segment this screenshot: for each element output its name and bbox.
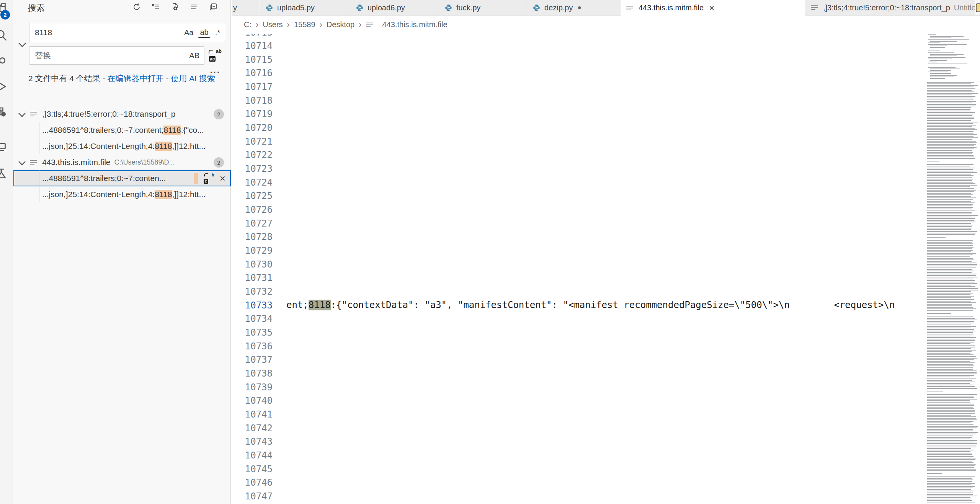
breadcrumb-file[interactable]: 443.this.is.mitm.file (382, 20, 448, 29)
search-input-box: Aa ab .* (29, 23, 225, 42)
breadcrumb-item[interactable]: Desktop (327, 20, 354, 29)
panel-title: 搜索 (28, 2, 45, 14)
clipped-next-tab-icon[interactable] (976, 3, 980, 12)
match-case-toggle[interactable]: Aa (182, 28, 195, 38)
chevron-right-icon: › (287, 20, 290, 30)
line-number: 10721 (232, 135, 273, 148)
replace-input[interactable] (29, 51, 187, 60)
replace-arrow-icon (209, 50, 213, 54)
regex-toggle[interactable]: .* (213, 28, 222, 38)
line-number: 10732 (232, 285, 273, 298)
open-new-search-editor-icon[interactable] (169, 1, 181, 13)
run-debug-icon[interactable] (0, 80, 8, 93)
chevron-right-icon: › (359, 20, 361, 30)
tab-upload5[interactable]: upload5.py (260, 0, 350, 15)
file-icon (30, 110, 38, 118)
result-file-row[interactable]: 443.this.is.mitm.file C:\Users\15589\D..… (13, 154, 231, 170)
breadcrumb-item[interactable]: C: (244, 20, 252, 29)
line-number: 10720 (232, 121, 273, 135)
dismiss-match-icon[interactable]: × (220, 173, 225, 183)
line-number: 10736 (232, 339, 273, 353)
result-match-row[interactable]: ...json,]25:14:Content-Length,4:8118,]]1… (13, 138, 231, 154)
activity-bar: 2 (0, 0, 13, 504)
clipped-match-highlight (194, 173, 198, 184)
line-number: 10718 (232, 94, 273, 108)
result-match-row[interactable]: ...4886591^8:trailers;0:~7:content;8118:… (13, 122, 231, 138)
line-number: 10746 (232, 476, 273, 489)
line-number: 10728 (232, 230, 273, 244)
line-number: 10739 (232, 380, 273, 394)
line-number: 10741 (232, 408, 273, 421)
minimap[interactable] (927, 34, 978, 504)
line-number: 10719 (232, 107, 273, 121)
chevron-right-icon: › (320, 20, 322, 30)
view-as-list-icon[interactable] (188, 1, 200, 13)
tab-fuck[interactable]: fuck.py (439, 0, 527, 15)
tab-mitm-file-active[interactable]: 443.this.is.mitm.file × (621, 0, 805, 16)
line-number: 10744 (232, 449, 273, 462)
search-toolbar (131, 1, 219, 13)
line-number: 10727 (232, 217, 273, 230)
tab-upload6[interactable]: upload6.py (350, 0, 439, 15)
line-number: 10717 (232, 80, 273, 94)
search-input[interactable] (29, 28, 182, 37)
find-match-current: 8118 (309, 300, 331, 310)
code-line-10733: ent;8118:{"contextData": "a3", "manifest… (286, 298, 895, 312)
file-icon (30, 158, 38, 166)
line-number: 10724 (232, 176, 273, 189)
line-number: 10747 (232, 489, 273, 503)
open-in-editor-link[interactable]: 在编辑器中打开 (108, 74, 164, 83)
chevron-down-icon[interactable] (18, 110, 25, 117)
collapse-all-icon[interactable] (207, 1, 219, 13)
extensions-icon[interactable] (0, 106, 8, 119)
breadcrumb: C: › Users › 15589 › Desktop › 443.this.… (232, 16, 980, 34)
close-tab-icon[interactable]: × (709, 3, 714, 13)
search-sidebar: 搜索 Aa ab .* AB ab ac ⋯ (13, 0, 231, 504)
refresh-icon[interactable] (131, 1, 143, 13)
result-match-row[interactable]: ...json,]25:14:Content-Length,4:8118,]]1… (13, 186, 231, 202)
preserve-case-toggle[interactable]: AB (187, 51, 201, 60)
search-icon[interactable] (0, 28, 8, 42)
replace-input-box: AB (29, 46, 204, 65)
match-count-badge: 2 (214, 109, 224, 119)
line-number: 10731 (232, 271, 273, 285)
toggle-replace-chevron-icon[interactable] (18, 39, 26, 47)
result-match-row-selected[interactable]: ...4886591^8:trailers;0:~7:conten... b c… (13, 170, 231, 186)
modified-dot-icon[interactable]: ● (578, 4, 581, 11)
line-number: 10733 (232, 298, 273, 312)
line-number: 10738 (232, 367, 273, 380)
replace-all-button[interactable]: ab ac (208, 48, 222, 63)
tree-indent-guide (39, 170, 39, 202)
remote-explorer-icon[interactable] (0, 140, 8, 154)
line-number: 10715 (232, 53, 273, 67)
explorer-badge: 2 (0, 10, 10, 20)
ai-search-link[interactable]: 使用 AI 搜索 (171, 74, 215, 83)
chevron-right-icon: › (256, 20, 258, 30)
match-highlight: 8118 (163, 126, 181, 135)
gutter: 1071310714107151071610717107181071910720… (232, 34, 273, 504)
line-number: 10743 (232, 435, 273, 449)
file-path: C:\Users\15589\D... (114, 158, 175, 166)
whole-word-toggle[interactable]: ab (198, 27, 210, 38)
tab-untitled-1[interactable]: ,]3:tls;4:true!5:error;0:~18:transport_p… (805, 0, 975, 15)
match-highlight: 8118 (155, 142, 172, 151)
tab-clipped[interactable]: y (232, 0, 260, 15)
line-number: 10734 (232, 312, 273, 326)
source-control-icon[interactable] (0, 54, 8, 67)
line-number: 10723 (232, 162, 273, 176)
test-beaker-icon[interactable] (0, 167, 8, 181)
replace-match-icon[interactable]: b c (204, 173, 214, 184)
breadcrumb-item[interactable]: 15589 (294, 20, 315, 29)
tree-indent-guide (39, 122, 39, 154)
chevron-down-icon[interactable] (18, 158, 25, 165)
line-number: 10730 (232, 258, 273, 271)
breadcrumb-item[interactable]: Users (263, 20, 283, 29)
python-icon (444, 4, 452, 12)
results-summary: 2 文件中有 4 个结果 - 在编辑器中打开 - 使用 AI 搜索 (28, 72, 217, 85)
file-icon (811, 3, 819, 12)
tab-dezip[interactable]: dezip.py ● (527, 0, 621, 15)
editor[interactable]: 1071310714107151071610717107181071910720… (232, 34, 980, 504)
result-file-row[interactable]: ,]3:tls;4:true!5:error;0:~18:transport_p… (13, 106, 231, 122)
line-number: 10735 (232, 326, 273, 339)
clear-search-results-icon[interactable] (150, 1, 162, 13)
